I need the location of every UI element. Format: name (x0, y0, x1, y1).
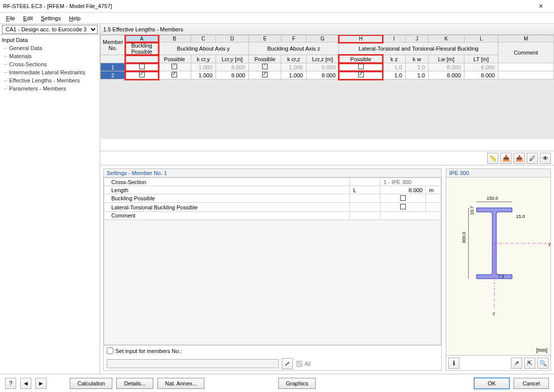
all-checkbox[interactable]: All (296, 361, 311, 367)
titlebar: RF-STEEL EC3 - [RFEM - Model File_4757] … (0, 0, 554, 13)
filter-icon[interactable]: 🖊 (527, 153, 538, 164)
sub-lcrz: Lcr,z [m] (306, 55, 339, 63)
tree-intermediate-restraints[interactable]: Intermediate Lateral Restraints (2, 68, 98, 76)
col-A[interactable]: A (125, 35, 158, 42)
svg-text:300.0: 300.0 (461, 232, 466, 243)
tree-parameters-members[interactable]: Parameters - Members (2, 84, 98, 93)
values-icon[interactable]: 🔍 (537, 358, 548, 369)
cancel-button[interactable]: Cancel (514, 378, 549, 389)
info-icon[interactable]: ℹ (448, 358, 459, 369)
header-axis-y: Buckling About Axis y (158, 42, 249, 55)
col-member-no: MemberNo. (101, 35, 125, 55)
menu-help[interactable]: Help (65, 14, 84, 23)
svg-text:15.0: 15.0 (516, 214, 525, 219)
checkbox[interactable] (358, 64, 364, 69)
svg-text:150.0: 150.0 (487, 196, 498, 201)
dimensions-icon[interactable]: ⇱ (524, 358, 535, 369)
checkbox[interactable] (400, 204, 406, 209)
checkbox[interactable] (400, 195, 406, 201)
header-comment: Comment (498, 42, 554, 63)
view-icon[interactable]: 👁 (540, 153, 551, 164)
col-H[interactable]: H (339, 35, 383, 42)
preview-title: IPE 300 (446, 169, 550, 178)
menu-edit[interactable]: Edit (19, 14, 37, 23)
sub-lw: Lw [m] (428, 55, 464, 63)
header-lt: Lateral-Torsional and Torsional-Flexural… (339, 42, 498, 55)
ok-button[interactable]: OK (474, 378, 509, 389)
pick-icon[interactable]: ⤢ (282, 358, 293, 369)
grid-toolbar: 📏 📥 📤 🖊 👁 (100, 151, 554, 165)
checkbox[interactable] (358, 72, 364, 77)
cross-section-icon: y z 150.0 300.0 10.7 15.0 7.1 (446, 178, 551, 324)
axes-icon[interactable]: ↗ (511, 358, 522, 369)
col-I[interactable]: I (382, 35, 405, 42)
sub-possible-z: Possible (248, 55, 281, 63)
navigation-tree: Input Data General Data Materials Cross-… (0, 35, 100, 94)
settings-panel: Settings - Member No. 1 Cross-Section1 -… (103, 168, 442, 371)
svg-text:7.1: 7.1 (498, 274, 504, 279)
sub-kcry: k cr,y (191, 55, 216, 63)
lengths-icon[interactable]: 📏 (487, 153, 498, 164)
svg-text:z: z (493, 311, 495, 316)
excel-export-icon[interactable]: 📤 (514, 153, 525, 164)
checkbox[interactable] (139, 72, 145, 77)
checkbox[interactable] (262, 72, 268, 77)
sub-kcrz: k cr,z (281, 55, 306, 63)
close-icon[interactable]: × (531, 0, 551, 13)
sub-possible-y: Possible (158, 55, 191, 63)
prev-icon[interactable]: ◄ (20, 378, 31, 389)
checkbox[interactable] (172, 72, 177, 77)
svg-text:10.7: 10.7 (470, 206, 475, 215)
col-K[interactable]: K (428, 35, 464, 42)
tree-effective-lengths[interactable]: Effective Lengths - Members (2, 76, 98, 84)
col-J[interactable]: J (405, 35, 428, 42)
checkbox[interactable] (262, 64, 268, 69)
checkbox[interactable] (139, 64, 145, 69)
member-filter-input[interactable] (107, 359, 279, 368)
table-row[interactable]: 2 1.000 8.000 1.000 8.000 1.0 1.0 8.000 … (101, 71, 554, 79)
settings-table[interactable]: Cross-Section1 - IPE 300 LengthL8.000m B… (104, 178, 441, 345)
set-input-checkbox[interactable]: Set input for members No.: (107, 347, 182, 354)
sub-kw: k w (405, 55, 428, 63)
details-button[interactable]: Details... (116, 378, 153, 389)
sub-kz: k z (382, 55, 405, 63)
header-axis-z: Buckling About Axis z (248, 42, 339, 55)
sub-possible-lt: Possible (339, 55, 383, 63)
col-B[interactable]: B (158, 35, 191, 42)
calculation-button[interactable]: Calculation (70, 378, 112, 389)
menu-settings[interactable]: Settings (37, 14, 65, 23)
menubar: File Edit Settings Help (0, 13, 554, 24)
window-title: RF-STEEL EC3 - [RFEM - Model File_4757] (3, 3, 531, 9)
footer: ? ◄ ► Calculation Details... Nat. Annex.… (0, 374, 554, 392)
sub-lcry: Lcr,y [m] (216, 55, 249, 63)
table-row[interactable]: 1 1.000 8.000 1.000 8.000 1.0 1.0 8.000 … (101, 63, 554, 71)
main-grid[interactable]: MemberNo. A B C D E F G H I J K L M Buck… (100, 35, 554, 151)
col-G[interactable]: G (306, 35, 339, 42)
sub-lt: LT [m] (464, 55, 498, 63)
menu-file[interactable]: File (2, 14, 19, 23)
nat-annex-button[interactable]: Nat. Annex... (157, 378, 204, 389)
tree-general-data[interactable]: General Data (2, 44, 98, 52)
checkbox[interactable] (172, 64, 177, 69)
col-L[interactable]: L (464, 35, 498, 42)
unit-label: [mm] (536, 347, 547, 353)
preview-panel: IPE 300 y z 150.0 (446, 168, 551, 371)
col-M[interactable]: M (498, 35, 554, 42)
sidebar: CA1 - Design acc. to Eurocode 3 Input Da… (0, 24, 100, 374)
tree-root[interactable]: Input Data (2, 36, 98, 44)
tree-cross-sections[interactable]: Cross-Sections (2, 60, 98, 68)
section-preview[interactable]: y z 150.0 300.0 10.7 15.0 7.1 [mm] (446, 178, 550, 355)
help-icon[interactable]: ? (5, 378, 16, 389)
svg-text:y: y (548, 241, 551, 246)
header-buckling-possible: BucklingPossible (125, 42, 158, 55)
col-C[interactable]: C (191, 35, 216, 42)
case-selector[interactable]: CA1 - Design acc. to Eurocode 3 (2, 25, 98, 34)
graphics-button[interactable]: Graphics (278, 378, 316, 389)
col-E[interactable]: E (248, 35, 281, 42)
col-D[interactable]: D (216, 35, 249, 42)
col-F[interactable]: F (281, 35, 306, 42)
tree-materials[interactable]: Materials (2, 52, 98, 60)
settings-title: Settings - Member No. 1 (104, 169, 441, 178)
excel-import-icon[interactable]: 📥 (500, 153, 512, 164)
next-icon[interactable]: ► (35, 378, 47, 389)
